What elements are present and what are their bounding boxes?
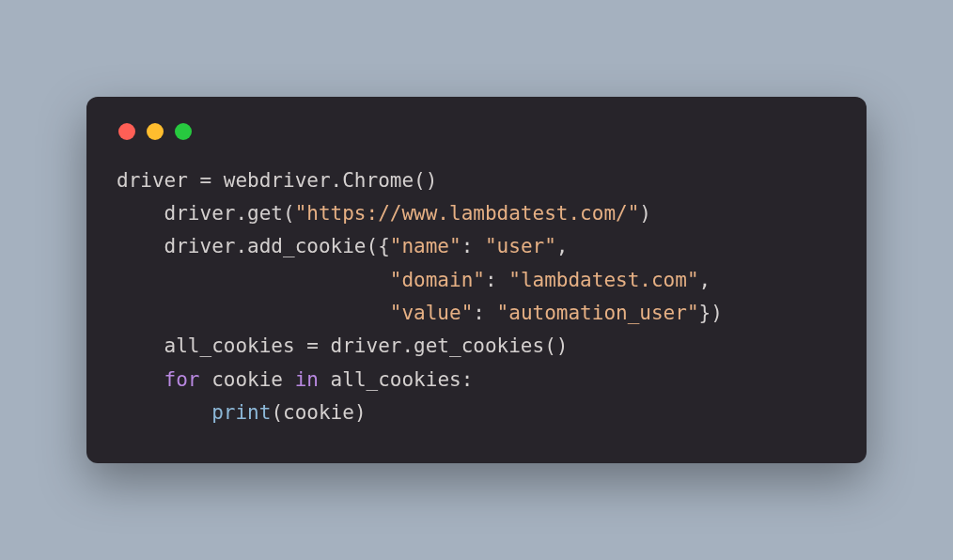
maximize-icon bbox=[175, 123, 192, 140]
code-token: , bbox=[699, 269, 711, 291]
code-token: : bbox=[473, 302, 496, 324]
code-token bbox=[117, 368, 164, 391]
code-token: "automation_user" bbox=[497, 302, 699, 324]
code-token: driver = webdriver.Chrome() bbox=[117, 169, 437, 192]
code-token: }) bbox=[699, 302, 723, 324]
code-token: for bbox=[164, 368, 200, 391]
code-token bbox=[117, 269, 390, 291]
code-token: "lambdatest.com" bbox=[508, 269, 698, 291]
code-token: all_cookies: bbox=[319, 368, 473, 391]
code-token bbox=[117, 401, 211, 424]
code-block: driver = webdriver.Chrome() driver.get("… bbox=[117, 164, 836, 429]
traffic-lights bbox=[118, 123, 836, 140]
code-token: in bbox=[295, 368, 319, 391]
code-token: driver.add_cookie({ bbox=[117, 235, 390, 257]
code-token: "name" bbox=[390, 235, 461, 257]
minimize-icon bbox=[147, 123, 164, 140]
code-token: "user" bbox=[485, 235, 556, 257]
code-token: : bbox=[485, 269, 508, 291]
code-token: driver.get( bbox=[117, 202, 295, 225]
code-token: "value" bbox=[390, 302, 474, 324]
code-token: "https://www.lambdatest.com/" bbox=[295, 202, 640, 225]
code-token: "domain" bbox=[390, 269, 485, 291]
code-token: : bbox=[461, 235, 485, 257]
code-token: ) bbox=[639, 202, 651, 225]
code-window: driver = webdriver.Chrome() driver.get("… bbox=[86, 97, 867, 463]
code-token: all_cookies = driver.get_cookies() bbox=[117, 334, 568, 357]
code-token: , bbox=[556, 235, 569, 257]
code-token: cookie bbox=[200, 368, 295, 391]
code-token: print bbox=[211, 401, 271, 424]
code-token bbox=[117, 302, 390, 324]
code-token: (cookie) bbox=[271, 401, 366, 424]
close-icon bbox=[118, 123, 135, 140]
